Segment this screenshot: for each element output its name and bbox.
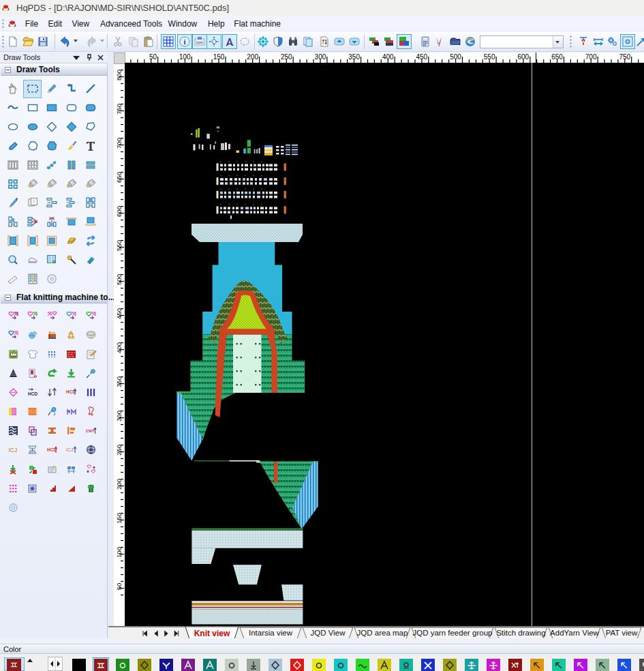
svg-text:550: 550 [115,240,123,251]
svg-text:150: 150 [213,53,225,61]
svg-text:300: 300 [315,53,326,61]
svg-text:200: 200 [115,479,123,490]
svg-text:750: 750 [619,53,630,61]
svg-text:JQD View: JQD View [311,629,346,637]
svg-text:250: 250 [281,53,292,61]
svg-text:250: 250 [115,445,123,456]
svg-text:ICJ: ICJ [8,447,17,453]
svg-text:icon: icon [196,40,203,44]
svg-text:50: 50 [149,53,157,61]
svg-text:i: i [183,38,185,46]
svg-text:100: 100 [179,53,191,61]
svg-text:800: 800 [115,70,123,80]
svg-text:600: 600 [518,53,530,61]
svg-text:AddYarn View: AddYarn View [550,629,600,637]
svg-text:350: 350 [115,376,123,387]
svg-text:J: J [53,412,55,416]
svg-text:200: 200 [247,53,258,61]
svg-text:350: 350 [348,53,360,61]
svg-text:750: 750 [115,104,123,115]
svg-text:450: 450 [416,53,428,61]
svg-text:500: 500 [450,53,461,61]
svg-text:700: 700 [115,138,123,149]
svg-text:600: 600 [115,206,123,217]
svg-text:700: 700 [585,53,597,61]
svg-text:300: 300 [115,411,123,421]
svg-text:400: 400 [382,53,394,61]
svg-text:Knit view: Knit view [194,629,230,638]
svg-text:HCD: HCD [28,391,37,396]
svg-text:150: 150 [115,513,123,524]
svg-text:50: 50 [115,583,123,591]
svg-text:100: 100 [115,547,123,558]
svg-text:ICJ: ICJ [66,447,74,452]
svg-text:JQD yarn feeder group: JQD yarn feeder group [413,629,493,637]
svg-text:450: 450 [115,308,123,319]
svg-text:400: 400 [115,342,123,353]
svg-text:650: 650 [551,53,563,61]
svg-text:JQD area map: JQD area map [357,629,408,637]
svg-text:CNT: CNT [86,429,95,433]
svg-text:PAT view: PAT view [606,629,638,637]
svg-text:550: 550 [484,53,495,61]
svg-text:Stitch drawing: Stitch drawing [496,629,545,637]
svg-text:500: 500 [115,274,123,285]
svg-text:Intarsia view: Intarsia view [249,629,293,637]
svg-text:650: 650 [115,172,123,183]
